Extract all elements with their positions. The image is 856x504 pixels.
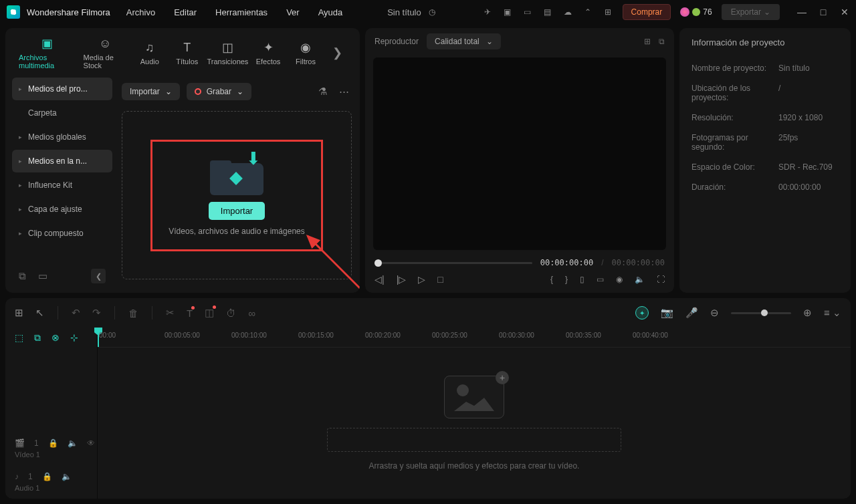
maximize-button[interactable]: □ [819, 7, 828, 17]
menu-view[interactable]: Ver [286, 7, 300, 17]
snapshot-icon[interactable]: ◉ [616, 275, 623, 284]
menu-file[interactable]: Archivo [126, 7, 155, 17]
preview-scrubber[interactable] [374, 262, 532, 264]
prev-frame-button[interactable]: ◁| [374, 274, 385, 285]
magnet-icon[interactable]: ⊗ [51, 332, 60, 343]
timeline-settings-icon[interactable]: ≡ ⌄ [824, 307, 841, 319]
sidebar-item-influence-kit[interactable]: ▸Influence Kit [12, 174, 112, 197]
sidebar-item-adjustment-layer[interactable]: ▸Capa de ajuste [12, 198, 112, 221]
mark-in-icon[interactable]: { [550, 275, 553, 284]
next-frame-button[interactable]: |▷ [397, 274, 407, 285]
mark-out-icon[interactable]: } [565, 275, 568, 284]
minimize-button[interactable]: — [797, 7, 807, 17]
sidebar-item-compound-clip[interactable]: ▸Clip compuesto [12, 222, 112, 245]
cloud-icon[interactable]: ☁ [562, 7, 573, 17]
lock-tracks-icon[interactable]: ⬚ [15, 332, 23, 343]
timeline-ruler[interactable]: 00:00 00:00:05:00 00:00:10:00 00:00:15:0… [98, 328, 851, 348]
stop-button[interactable]: □ [437, 274, 443, 285]
tab-audio[interactable]: ♫Audio [135, 41, 165, 66]
lock-icon[interactable]: 🔒 [42, 472, 52, 481]
lock-icon[interactable]: 🔒 [48, 438, 58, 448]
mute-icon[interactable]: 🔈 [68, 438, 78, 448]
import-dropdown[interactable]: Importar⌄ [122, 83, 180, 100]
more-icon[interactable]: ⋯ [336, 83, 352, 100]
grid-view-icon[interactable]: ⊞ [644, 37, 651, 46]
folder-icon[interactable]: ▭ [38, 270, 47, 282]
tab-effects[interactable]: ✦Efectos [253, 40, 283, 66]
pointer-tool-icon[interactable]: ↖ [35, 307, 44, 319]
zoom-in-button[interactable]: ⊕ [803, 307, 812, 319]
media-sidebar: ▸Medios del pro... Carpeta ▸Medios globa… [5, 75, 119, 293]
credit-avatar-icon [680, 7, 689, 17]
buy-button[interactable]: Comprar [623, 4, 671, 20]
export-button[interactable]: Exportar ⌄ [722, 4, 780, 20]
track-area[interactable]: 00:00 00:00:05:00 00:00:10:00 00:00:15:0… [98, 328, 851, 499]
video-icon: 🎬 [15, 438, 25, 448]
filter-icon[interactable]: ⚗ [316, 83, 330, 100]
add-bin-icon[interactable]: ⧉ [19, 270, 26, 282]
zoom-slider[interactable] [731, 312, 791, 314]
marker-icon[interactable]: ▯ [580, 275, 584, 284]
timeline-drop-strip[interactable] [327, 428, 621, 452]
cut-tool-icon[interactable]: ✂ [166, 307, 175, 319]
record-dropdown[interactable]: Grabar⌄ [187, 83, 251, 100]
sidebar-item-global-media[interactable]: ▸Medios globales [12, 126, 112, 148]
screen-icon[interactable]: ▭ [522, 7, 533, 17]
history-icon[interactable]: ◷ [427, 7, 437, 17]
project-info-panel: Información de proyecto Nombre de proyec… [679, 28, 851, 293]
tab-transitions[interactable]: ◫Transiciones [210, 40, 245, 66]
marker-track-icon[interactable]: ⊹ [70, 332, 78, 343]
delete-button[interactable]: 🗑 [128, 307, 138, 319]
sidebar-item-cloud-media[interactable]: ▸Medios en la n... [12, 150, 112, 172]
tab-stock[interactable]: ☺Media de Stock [84, 37, 127, 70]
link-tool-icon[interactable]: ∞ [248, 307, 255, 319]
play-button[interactable]: ▷ [418, 274, 425, 285]
credits-display[interactable]: 76 [680, 7, 712, 17]
total-timecode: 00:00:00:00 [612, 258, 665, 267]
volume-icon[interactable]: 🔈 [635, 275, 645, 284]
media-dropzone[interactable]: ⬇ Importar Vídeos, archivos de audio e i… [122, 111, 352, 279]
link-tracks-icon[interactable]: ⧉ [34, 332, 41, 344]
tab-titles[interactable]: TTítulos [173, 41, 202, 66]
close-button[interactable]: ✕ [840, 7, 849, 17]
tab-media[interactable]: ▣Archivos multimedia [19, 36, 76, 70]
crop-tool-icon[interactable]: ◫ [205, 307, 214, 319]
tabs-more-button[interactable]: ❯ [328, 45, 346, 60]
timeline-dropzone[interactable]: + Arrastra y suelta aquí medios y efecto… [98, 348, 851, 499]
undo-button[interactable]: ↶ [72, 307, 80, 319]
zoom-handle[interactable] [761, 309, 768, 316]
fullscreen-icon[interactable]: ⛶ [657, 275, 665, 284]
save-icon[interactable]: ▤ [542, 7, 553, 17]
audio-track-header[interactable]: ♪1🔒🔈 Audio 1 [5, 465, 97, 499]
sidebar-item-folder[interactable]: Carpeta [12, 102, 112, 124]
visibility-icon[interactable]: 👁 [87, 438, 95, 448]
quality-select[interactable]: Calidad total⌄ [427, 33, 501, 49]
import-button[interactable]: Importar [209, 202, 265, 220]
apps-icon[interactable]: ⊞ [603, 7, 613, 17]
compare-view-icon[interactable]: ⧉ [659, 37, 665, 46]
device-icon[interactable]: ▣ [502, 7, 513, 17]
sidebar-item-project-media[interactable]: ▸Medios del pro... [12, 78, 112, 100]
preview-viewport[interactable] [373, 57, 666, 250]
collapse-sidebar-button[interactable]: ❮ [91, 269, 106, 283]
text-tool-icon[interactable]: T [187, 307, 193, 319]
zoom-out-button[interactable]: ⊖ [710, 307, 719, 319]
ai-button[interactable]: ✦ [635, 306, 649, 320]
menu-tools[interactable]: Herramientas [215, 7, 268, 17]
select-tool-icon[interactable]: ⊞ [15, 307, 23, 319]
tab-filters[interactable]: ◉Filtros [291, 40, 320, 66]
send-icon[interactable]: ✈ [482, 7, 493, 17]
speed-tool-icon[interactable]: ⏱ [226, 307, 236, 319]
headphones-icon[interactable]: ⌃ [582, 7, 593, 17]
camera-icon[interactable]: 📷 [661, 307, 673, 319]
menu-edit[interactable]: Editar [174, 7, 197, 17]
video-track-header[interactable]: 🎬1🔒🔈👁 Vídeo 1 [5, 432, 97, 465]
menu-help[interactable]: Ayuda [318, 7, 343, 17]
mic-icon[interactable]: 🎤 [685, 307, 698, 319]
ratio-icon[interactable]: ▭ [597, 275, 604, 284]
mute-icon[interactable]: 🔈 [62, 472, 72, 481]
titles-icon: T [183, 41, 191, 55]
redo-button[interactable]: ↷ [92, 307, 101, 319]
scrub-handle[interactable] [374, 259, 382, 267]
filters-icon: ◉ [300, 40, 311, 55]
